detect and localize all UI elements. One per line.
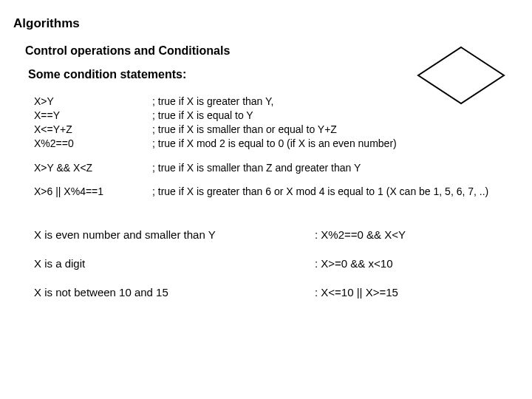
example-desc: ; true if X is smaller than Z and greate…	[152, 161, 361, 175]
example-row: X<=Y+Z ; true if X is smaller than or eq…	[34, 123, 397, 137]
example-or-row: X>6 || X%4==1 ; true if X is greater tha…	[34, 185, 488, 199]
qa-answer: : X%2==0 && X<Y	[315, 228, 406, 257]
example-and-row: X>Y && X<Z ; true if X is smaller than Z…	[34, 161, 361, 175]
example-row: X%2==0 ; true if X mod 2 is equal to 0 (…	[34, 137, 397, 151]
qa-answer: : X<=10 || X>=15	[315, 286, 406, 315]
qa-question: X is not between 10 and 15	[34, 286, 315, 315]
example-desc: ; true if X is equal to Y	[152, 109, 397, 123]
example-desc: ; true if X mod 2 is equal to 0 (if X is…	[152, 137, 397, 151]
page-title: Algorithms	[13, 16, 514, 31]
example-expr: X<=Y+Z	[34, 123, 152, 137]
decision-diamond-icon	[417, 46, 505, 105]
example-row: X>Y ; true if X is greater than Y,	[34, 95, 397, 109]
svg-marker-0	[418, 47, 504, 103]
example-desc: ; true if X is greater than Y,	[152, 95, 397, 109]
example-row: X==Y ; true if X is equal to Y	[34, 109, 397, 123]
example-expr: X==Y	[34, 109, 152, 123]
qa-question: X is even number and smaller than Y	[34, 228, 315, 257]
qa-table: X is even number and smaller than Y : X%…	[34, 228, 406, 315]
qa-row: X is even number and smaller than Y : X%…	[34, 228, 406, 257]
example-desc: ; true if X is smaller than or equal to …	[152, 123, 397, 137]
qa-question: X is a digit	[34, 257, 315, 286]
example-expr: X%2==0	[34, 137, 152, 151]
examples-table: X>Y ; true if X is greater than Y, X==Y …	[34, 95, 397, 151]
example-expr: X>Y	[34, 95, 152, 109]
example-expr: X>6 || X%4==1	[34, 185, 152, 199]
example-expr: X>Y && X<Z	[34, 161, 152, 175]
qa-answer: : X>=0 && x<10	[315, 257, 406, 286]
qa-row: X is a digit : X>=0 && x<10	[34, 257, 406, 286]
qa-row: X is not between 10 and 15 : X<=10 || X>…	[34, 286, 406, 315]
example-desc: ; true if X is greater than 6 or X mod 4…	[152, 185, 488, 199]
